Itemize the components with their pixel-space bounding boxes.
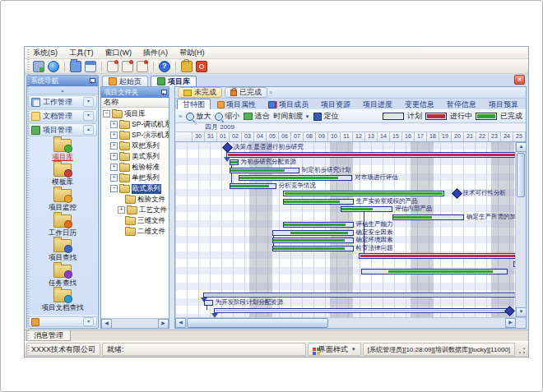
tree-node-SP-演示机系[interactable]: +SP-演示机系 bbox=[101, 130, 169, 141]
tree-node-项目库[interactable]: −项目库 bbox=[101, 108, 169, 119]
menu-item-T[interactable]: 工具(T) bbox=[69, 48, 94, 58]
scroll-up-icon[interactable]: ▲ bbox=[516, 142, 527, 152]
sidebar-item-工作日历[interactable]: 工作日历 bbox=[49, 214, 77, 238]
gantt-bar[interactable] bbox=[203, 293, 515, 297]
sidebar-item-项目监控[interactable]: 项目监控 bbox=[49, 189, 77, 213]
expand-icon[interactable]: + bbox=[110, 131, 118, 139]
mail-receive-icon[interactable] bbox=[122, 61, 133, 72]
gantt-chart-body[interactable]: 决策点 是否进行初步研究为初步研究分配资源制定初步研究计划对市场进行评估分析竞争… bbox=[175, 142, 515, 317]
tab-起始页[interactable]: 起始页 bbox=[102, 76, 148, 86]
milestone-marker[interactable] bbox=[452, 188, 462, 199]
gantt-bar[interactable] bbox=[214, 308, 508, 313]
lock-icon[interactable] bbox=[181, 61, 193, 72]
scroll-left-icon[interactable]: ◀ bbox=[175, 318, 186, 328]
expand-icon[interactable]: + bbox=[118, 206, 125, 214]
expand-icon[interactable]: + bbox=[110, 121, 118, 128]
menu-item-A[interactable]: 插件(A) bbox=[143, 48, 168, 58]
sidebar-item-任务查找[interactable]: 任务查找 bbox=[49, 265, 77, 288]
sidebar-group-项目管理[interactable]: 项目管理▴ bbox=[28, 123, 97, 136]
sidebar-collapse-button[interactable]: ▴ bbox=[27, 86, 98, 95]
gantt-tab-项目属性[interactable]: 项目属性 bbox=[211, 99, 262, 109]
gantt-tab-项目资源[interactable]: 项目资源 bbox=[315, 99, 356, 109]
pin-icon[interactable] bbox=[89, 78, 95, 84]
gantt-bar[interactable] bbox=[361, 269, 508, 274]
scroll-right-icon[interactable]: ▶ bbox=[505, 318, 516, 328]
mail-send-icon[interactable] bbox=[107, 61, 118, 72]
tree-node-检验文件[interactable]: 检验文件 bbox=[101, 194, 169, 205]
gantt-bar[interactable] bbox=[230, 183, 276, 189]
filter-未完成[interactable]: 未完成 bbox=[178, 87, 222, 98]
tree-node-欧式系列[interactable]: −欧式系列 bbox=[101, 183, 169, 194]
gantt-tab-暂停信息[interactable]: 暂停信息 bbox=[441, 99, 482, 109]
scroll-right-icon[interactable]: ▶ bbox=[158, 319, 169, 329]
tree-node-检验标准[interactable]: +检验标准 bbox=[101, 162, 169, 173]
gantt-tab-项目成员[interactable]: 项目成员 bbox=[262, 99, 314, 109]
network-globe-icon[interactable] bbox=[48, 61, 59, 72]
gantt-bar[interactable] bbox=[230, 159, 238, 165]
close-tab-button[interactable]: × bbox=[514, 75, 525, 85]
gantt-bar[interactable] bbox=[226, 152, 515, 158]
sidebar-group-工作管理[interactable]: 工作管理▾ bbox=[28, 95, 97, 108]
tree-node-三维文件[interactable]: 三维文件 bbox=[101, 215, 169, 226]
gantt-bar[interactable] bbox=[392, 214, 464, 220]
scrollbar-thumb[interactable] bbox=[517, 153, 525, 197]
chevron-down-icon[interactable]: ▾ bbox=[83, 111, 94, 121]
message-management-tab[interactable]: 消息管理 bbox=[26, 330, 71, 341]
gantt-bar[interactable] bbox=[341, 206, 393, 212]
tree-node-SP-调试机系[interactable]: +SP-调试机系 bbox=[101, 119, 169, 130]
toolbar-overflow-chevron-icon[interactable]: » bbox=[179, 113, 182, 120]
sidebar-item-模板库[interactable]: 模板库 bbox=[52, 164, 73, 187]
chevron-down-icon[interactable]: ▾ bbox=[83, 97, 94, 107]
tree-node-二维文件[interactable]: 二维文件 bbox=[101, 226, 169, 237]
menu-item-S[interactable]: 系统(S) bbox=[33, 48, 58, 58]
gantt-tab-变更信息[interactable]: 变更信息 bbox=[399, 99, 440, 109]
gantt-bar[interactable] bbox=[272, 230, 354, 236]
tool-缩小[interactable]: 缩小 bbox=[215, 111, 239, 122]
exit-icon[interactable] bbox=[196, 61, 207, 72]
gantt-tab-项目预算[interactable]: 项目预算 bbox=[483, 99, 524, 109]
interface-style-button[interactable]: 界面样式 ▼ bbox=[308, 343, 361, 356]
pin-icon[interactable] bbox=[160, 90, 166, 95]
tree-column-header[interactable]: 名称 bbox=[101, 98, 169, 108]
tab-项目库[interactable]: 项目库 bbox=[151, 76, 197, 86]
filter-已完成[interactable]: 已完成 bbox=[225, 87, 267, 98]
menu-item-H[interactable]: 帮助(H) bbox=[179, 48, 205, 58]
sidebar-item-项目查找[interactable]: 项目查找 bbox=[49, 239, 77, 263]
tree-node-工艺文件[interactable]: +工艺文件 bbox=[101, 205, 169, 215]
sidebar-group-overflow[interactable]: ▾ bbox=[28, 316, 97, 327]
sidebar-item-项目库[interactable]: 项目库 bbox=[52, 139, 73, 163]
expand-icon[interactable]: + bbox=[110, 174, 118, 182]
sidebar-item-项目文档查找[interactable]: 项目文档查找 bbox=[42, 289, 84, 313]
tree-node-单把系列[interactable]: +单把系列 bbox=[101, 173, 169, 183]
vertical-scrollbar[interactable]: ▲ ▼ bbox=[515, 142, 526, 317]
gantt-bar[interactable] bbox=[204, 300, 212, 306]
gantt-tab-甘特图[interactable]: 甘特图 bbox=[177, 99, 211, 109]
gantt-bar[interactable] bbox=[283, 191, 445, 196]
scroll-left-icon[interactable]: ◀ bbox=[101, 319, 112, 329]
gantt-bar[interactable] bbox=[272, 238, 354, 243]
menu-item-W[interactable]: 窗口(W) bbox=[105, 48, 132, 58]
collapse-icon[interactable]: − bbox=[103, 110, 110, 118]
help-icon[interactable] bbox=[159, 61, 170, 72]
tool-放大[interactable]: 放大 bbox=[186, 111, 211, 122]
tool-时间刻度[interactable]: 时间刻度▼ bbox=[273, 111, 309, 122]
tree-node-双把系列[interactable]: +双把系列 bbox=[101, 141, 169, 151]
gantt-bar[interactable] bbox=[283, 199, 354, 205]
chevron-up-icon[interactable]: ▴ bbox=[83, 125, 94, 135]
tree-horizontal-scrollbar[interactable]: ◀ ▶ bbox=[101, 318, 169, 328]
expand-icon[interactable]: + bbox=[110, 164, 118, 171]
remote-desktop-icon[interactable] bbox=[33, 61, 44, 72]
sidebar-group-文档管理[interactable]: 文档管理▾ bbox=[28, 109, 97, 122]
gantt-bar[interactable] bbox=[513, 261, 515, 267]
open-folder-icon[interactable] bbox=[70, 61, 81, 72]
scroll-down-icon[interactable]: ▼ bbox=[516, 307, 527, 317]
collapse-icon[interactable]: − bbox=[110, 185, 118, 192]
gantt-bar[interactable] bbox=[359, 253, 515, 259]
expand-icon[interactable]: + bbox=[110, 153, 118, 160]
gantt-bar[interactable] bbox=[239, 175, 352, 181]
filter-overflow-chevron-icon[interactable]: » bbox=[268, 91, 274, 95]
tool-定位[interactable]: 定位 bbox=[313, 111, 338, 122]
scrollbar-thumb[interactable] bbox=[187, 318, 328, 328]
mail-alert-icon[interactable] bbox=[137, 61, 148, 72]
gantt-bar[interactable] bbox=[272, 246, 354, 251]
